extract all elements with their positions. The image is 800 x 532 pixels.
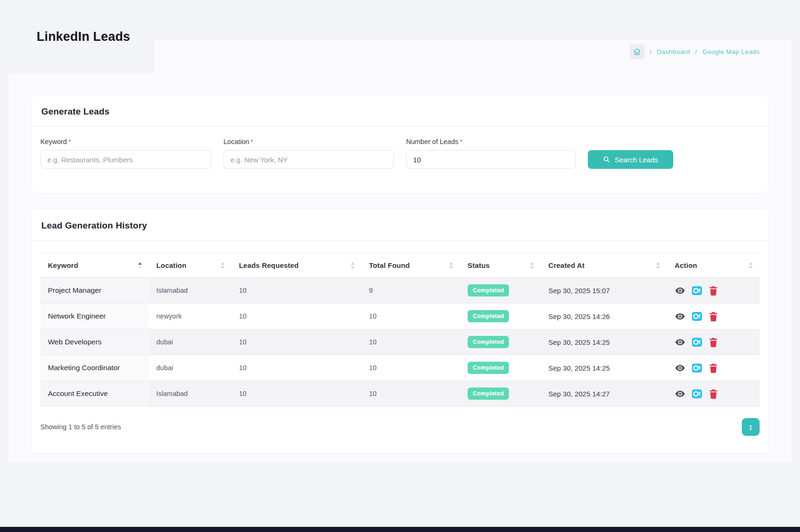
generate-leads-card: Generate Leads Keyword* Location* Number… bbox=[32, 95, 768, 193]
search-icon bbox=[603, 156, 610, 163]
delete-button[interactable] bbox=[708, 337, 718, 348]
search-leads-button-label: Search Leads bbox=[615, 156, 658, 164]
breadcrumb-separator: / bbox=[695, 48, 697, 55]
cell-created-at: Sep 30, 2025 14:25 bbox=[541, 329, 667, 355]
cell-location: newyork bbox=[149, 304, 231, 329]
column-header-label: Status bbox=[468, 261, 490, 269]
status-badge: Completed bbox=[468, 336, 509, 348]
column-header-action[interactable]: Action bbox=[667, 253, 760, 278]
generate-leads-form: Keyword* Location* Number of Leads* Sear… bbox=[32, 127, 768, 169]
column-header-status[interactable]: Status bbox=[460, 253, 541, 278]
status-badge: Completed bbox=[468, 362, 509, 374]
cell-actions bbox=[667, 304, 760, 329]
number-of-leads-label: Number of Leads* bbox=[406, 138, 576, 145]
cell-actions bbox=[667, 355, 760, 381]
eye-icon bbox=[675, 311, 685, 322]
breadcrumb-home-button[interactable] bbox=[630, 44, 645, 59]
keyword-label-text: Keyword bbox=[40, 138, 67, 145]
sort-icon bbox=[748, 262, 753, 269]
cell-keyword: Network Engineer bbox=[40, 304, 149, 329]
column-header-location[interactable]: Location bbox=[149, 253, 231, 278]
search-leads-button[interactable]: Search Leads bbox=[588, 150, 673, 169]
sort-icon bbox=[350, 262, 355, 269]
trash-icon bbox=[708, 388, 718, 399]
delete-button[interactable] bbox=[708, 388, 718, 399]
cell-keyword: Account Executive bbox=[40, 381, 149, 407]
sort-icon bbox=[656, 262, 661, 269]
view-leads-button[interactable] bbox=[675, 388, 685, 399]
export-csv-button[interactable] bbox=[692, 337, 702, 347]
cell-status: Completed bbox=[460, 304, 541, 329]
delete-button[interactable] bbox=[708, 285, 718, 296]
row-actions bbox=[675, 363, 752, 373]
cell-actions bbox=[667, 329, 760, 355]
number-of-leads-input[interactable] bbox=[406, 150, 576, 169]
keyword-field-group: Keyword* bbox=[40, 138, 211, 169]
export-csv-button[interactable] bbox=[692, 363, 702, 373]
cell-actions bbox=[667, 278, 760, 304]
cell-location: dubai bbox=[149, 329, 231, 355]
trash-icon bbox=[708, 337, 718, 348]
sort-asc-icon bbox=[138, 262, 142, 269]
cell-total-found: 10 bbox=[362, 304, 460, 329]
column-header-keyword[interactable]: Keyword bbox=[40, 253, 149, 278]
location-input[interactable] bbox=[223, 150, 394, 169]
column-header-label: Leads Requested bbox=[239, 261, 299, 269]
cell-status: Completed bbox=[460, 278, 541, 304]
location-label: Location* bbox=[223, 138, 394, 145]
keyword-label: Keyword* bbox=[40, 138, 211, 145]
cell-total-found: 10 bbox=[362, 381, 460, 407]
eye-icon bbox=[675, 388, 685, 399]
table-row: Web Developers dubai 10 10 Completed Sep… bbox=[40, 329, 760, 355]
cell-location: Islamabad bbox=[149, 278, 231, 304]
view-leads-button[interactable] bbox=[675, 363, 685, 373]
number-of-leads-label-text: Number of Leads bbox=[406, 138, 458, 145]
table-header-row: Keyword Location Leads Requested Total F… bbox=[40, 253, 760, 278]
row-actions bbox=[675, 285, 752, 296]
column-header-total-found[interactable]: Total Found bbox=[362, 253, 460, 278]
export-csv-button[interactable] bbox=[692, 389, 702, 399]
export-csv-button[interactable] bbox=[692, 312, 702, 321]
cell-total-found: 10 bbox=[362, 355, 460, 381]
history-table-body: Project Manager Islamabad 10 9 Completed… bbox=[40, 278, 760, 407]
cell-keyword: Web Developers bbox=[40, 329, 149, 355]
table-footer: Showing 1 to 5 of 5 entries 1 bbox=[32, 407, 768, 436]
cell-created-at: Sep 30, 2025 15:07 bbox=[541, 278, 667, 304]
cell-leads-requested: 10 bbox=[231, 381, 362, 407]
row-actions bbox=[675, 311, 752, 322]
cell-status: Completed bbox=[460, 355, 541, 381]
location-label-text: Location bbox=[223, 138, 249, 145]
cell-leads-requested: 10 bbox=[231, 329, 362, 355]
cell-location: dubai bbox=[149, 355, 231, 381]
view-leads-button[interactable] bbox=[675, 337, 685, 348]
delete-button[interactable] bbox=[708, 363, 718, 373]
lead-history-card: Lead Generation History Keyword Location bbox=[32, 209, 768, 453]
page-title: LinkedIn Leads bbox=[37, 30, 130, 44]
view-leads-button[interactable] bbox=[675, 311, 685, 322]
breadcrumb-item-google-map-leads[interactable]: Google Map Leads bbox=[702, 48, 760, 55]
breadcrumb-item-dashboard[interactable]: Dashboard bbox=[657, 48, 690, 55]
column-header-created-at[interactable]: Created At bbox=[541, 253, 667, 278]
cell-created-at: Sep 30, 2025 14:27 bbox=[541, 381, 667, 407]
row-actions bbox=[675, 388, 752, 399]
row-actions bbox=[675, 337, 752, 348]
keyword-input[interactable] bbox=[40, 150, 211, 169]
required-mark: * bbox=[68, 138, 71, 145]
export-icon bbox=[692, 337, 702, 347]
column-header-leads-requested[interactable]: Leads Requested bbox=[231, 253, 362, 278]
pagination-page-1-button[interactable]: 1 bbox=[742, 418, 760, 436]
cell-status: Completed bbox=[460, 329, 541, 355]
eye-icon bbox=[675, 337, 685, 348]
eye-icon bbox=[675, 363, 685, 373]
view-leads-button[interactable] bbox=[675, 285, 685, 296]
status-badge: Completed bbox=[468, 284, 509, 296]
cell-total-found: 9 bbox=[362, 278, 460, 304]
delete-button[interactable] bbox=[708, 311, 718, 322]
page-header: LinkedIn Leads bbox=[0, 0, 154, 73]
cell-leads-requested: 10 bbox=[231, 304, 362, 329]
eye-icon bbox=[675, 285, 685, 296]
column-header-label: Keyword bbox=[48, 261, 78, 269]
generate-leads-header: Generate Leads bbox=[32, 95, 768, 127]
export-csv-button[interactable] bbox=[692, 286, 702, 296]
trash-icon bbox=[708, 285, 718, 296]
